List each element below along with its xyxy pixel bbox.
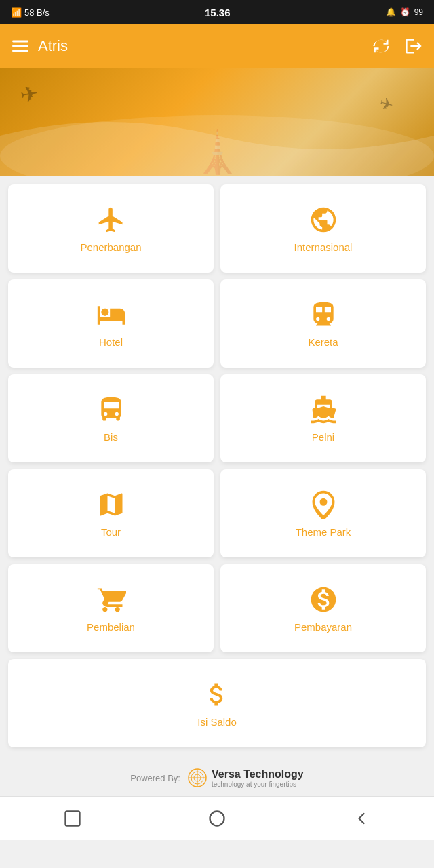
square-icon bbox=[63, 809, 82, 828]
kereta-label: Kereta bbox=[308, 336, 338, 348]
svg-point-0 bbox=[319, 498, 327, 505]
status-bar: 📶 58 B/s 15.36 🔔 ⏰ 99 bbox=[0, 0, 434, 24]
menu-icon[interactable] bbox=[11, 37, 30, 56]
brand-name-container: Versa Technology technology at your fing… bbox=[212, 768, 304, 788]
svg-point-7 bbox=[210, 811, 224, 825]
map-icon bbox=[96, 490, 126, 519]
status-time: 15.36 bbox=[205, 7, 231, 18]
isi-saldo-label: Isi Saldo bbox=[197, 716, 237, 728]
app-title: Atris bbox=[38, 37, 68, 55]
pembelian-label: Pembelian bbox=[87, 621, 135, 633]
pembelian-item[interactable]: Pembelian bbox=[8, 564, 214, 652]
plane-icon bbox=[96, 205, 126, 235]
bis-item[interactable]: Bis bbox=[8, 374, 214, 462]
hotel-item[interactable]: Hotel bbox=[8, 279, 214, 368]
app-bar: Atris bbox=[0, 24, 434, 68]
nav-bar bbox=[0, 796, 434, 840]
vibrate-icon: 🔔 bbox=[386, 7, 396, 17]
bus-icon bbox=[96, 395, 126, 425]
penerbangan-item[interactable]: Penerbangan bbox=[8, 184, 214, 273]
footer: Powered By: Versa Technology technology … bbox=[0, 755, 434, 796]
recent-button[interactable] bbox=[349, 806, 374, 831]
hero-banner: ✈ ✈ 🗼 bbox=[0, 68, 434, 176]
hotel-icon bbox=[96, 300, 126, 330]
status-bar-left: 📶 58 B/s bbox=[11, 7, 50, 18]
brand-tagline: technology at your fingertips bbox=[212, 781, 304, 788]
alarm-icon: ⏰ bbox=[400, 7, 410, 17]
home-button[interactable] bbox=[205, 806, 229, 831]
tour-item[interactable]: Tour bbox=[8, 469, 214, 557]
isi-saldo-item[interactable]: Isi Saldo bbox=[8, 659, 426, 747]
theme-park-label: Theme Park bbox=[296, 526, 351, 538]
circle-icon bbox=[208, 809, 226, 828]
payment-icon bbox=[309, 585, 338, 614]
internasional-label: Internasional bbox=[294, 241, 353, 253]
train-icon bbox=[309, 300, 338, 330]
pembayaran-item[interactable]: Pembayaran bbox=[220, 564, 426, 652]
hero-wave bbox=[0, 68, 434, 176]
dollar-icon bbox=[202, 679, 232, 709]
status-bar-right: 🔔 ⏰ 99 bbox=[386, 7, 423, 17]
app-bar-left: Atris bbox=[11, 37, 68, 56]
svg-rect-6 bbox=[65, 811, 79, 825]
ship-icon bbox=[309, 395, 338, 425]
internasional-item[interactable]: Internasional bbox=[220, 184, 426, 273]
penerbangan-label: Penerbangan bbox=[80, 241, 141, 253]
battery-text: 99 bbox=[414, 7, 423, 17]
themepark-icon bbox=[309, 490, 338, 519]
pelni-label: Pelni bbox=[312, 431, 334, 443]
kereta-item[interactable]: Kereta bbox=[220, 279, 426, 368]
cart-icon bbox=[96, 585, 126, 614]
hotel-label: Hotel bbox=[99, 336, 123, 348]
pembayaran-label: Pembayaran bbox=[294, 621, 352, 633]
pelni-item[interactable]: Pelni bbox=[220, 374, 426, 462]
brand-container: Versa Technology technology at your fing… bbox=[187, 768, 304, 788]
versa-logo-icon bbox=[187, 768, 208, 788]
signal-icon: 📶 bbox=[11, 7, 22, 18]
brand-main-name: Versa Technology bbox=[212, 768, 304, 781]
logout-icon[interactable] bbox=[404, 37, 423, 56]
refresh-icon[interactable] bbox=[372, 37, 391, 56]
tour-label: Tour bbox=[101, 526, 121, 538]
service-grid: Penerbangan Internasional Hotel Kereta B… bbox=[0, 176, 434, 755]
speed-text: 58 B/s bbox=[24, 7, 50, 18]
app-bar-right bbox=[372, 37, 423, 56]
bis-label: Bis bbox=[104, 431, 118, 443]
globe-icon bbox=[309, 205, 338, 235]
back-button[interactable] bbox=[60, 806, 85, 831]
powered-by-text: Powered By: bbox=[130, 773, 180, 783]
triangle-icon bbox=[352, 809, 371, 828]
theme-park-item[interactable]: Theme Park bbox=[220, 469, 426, 557]
